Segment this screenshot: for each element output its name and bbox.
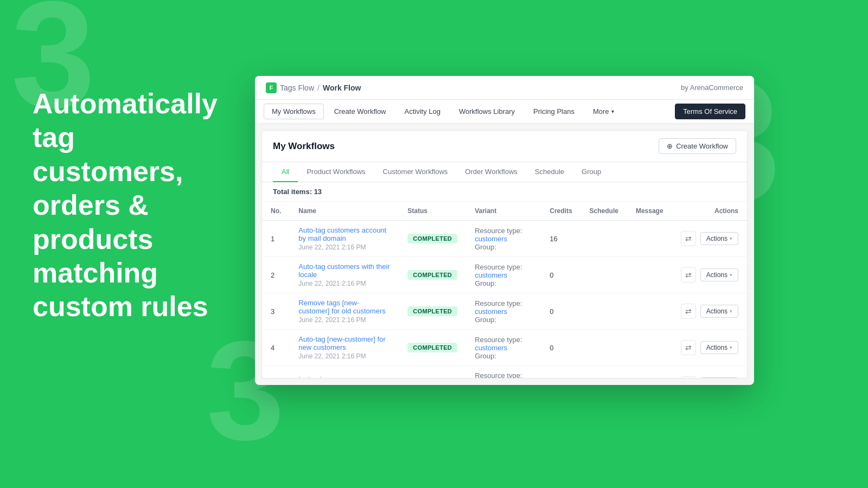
group-row-3: Group: (475, 352, 532, 360)
tab-order-workflows[interactable]: Order Workflows (456, 162, 526, 182)
nav-more-label: More (593, 107, 609, 115)
cell-name-1: Auto-tag customers with their locale Jun… (290, 257, 399, 293)
status-badge-1: COMPLETED (407, 270, 457, 280)
cell-no-2: 3 (262, 293, 290, 330)
nav-create-workflow[interactable]: Create Workflow (326, 104, 394, 119)
app-panel: F Tags Flow / Work Flow by ArenaCommerce… (255, 76, 754, 385)
status-badge-2: COMPLETED (407, 306, 457, 316)
nav-bar: My Workflows Create Workflow Activity Lo… (255, 100, 754, 124)
workflow-link-1[interactable]: Auto-tag customers with their locale (298, 262, 390, 279)
workflow-link-2[interactable]: Remove tags [new-customer] for old custo… (298, 299, 390, 315)
actions-button-3[interactable]: Actions ▾ (700, 341, 738, 354)
cell-variant-4: Resource type: products Group: (466, 366, 541, 379)
create-workflow-button[interactable]: ⊕ Create Workflow (659, 138, 736, 154)
cell-schedule-4 (581, 366, 627, 379)
refresh-button-3[interactable]: ⇄ (681, 340, 696, 355)
workflow-link-3[interactable]: Auto-tag [new-customer] for new customer… (298, 335, 390, 351)
create-icon: ⊕ (667, 142, 673, 150)
cell-no-1: 2 (262, 257, 290, 293)
refresh-button-1[interactable]: ⇄ (681, 267, 696, 282)
cell-actions-4: ⇄ Actions ▾ (672, 366, 747, 379)
refresh-button-0[interactable]: ⇄ (681, 231, 696, 246)
cell-message-1 (627, 257, 672, 293)
cell-message-2 (627, 293, 672, 330)
app-header: F Tags Flow / Work Flow by ArenaCommerce (255, 76, 754, 100)
cell-variant-0: Resource type: customers Group: (466, 221, 541, 257)
resource-link-1[interactable]: customers (475, 271, 507, 279)
cell-status-2: COMPLETED (399, 293, 466, 330)
resource-link-3[interactable]: customers (475, 344, 507, 352)
total-label: Total items: (273, 188, 312, 196)
by-text: by ArenaCommerce (681, 84, 743, 92)
col-schedule: Schedule (581, 202, 627, 221)
actions-chevron-0: ▾ (730, 236, 732, 241)
refresh-button-2[interactable]: ⇄ (681, 304, 696, 319)
page-title: My Workflows (273, 141, 335, 152)
cell-schedule-1 (581, 257, 627, 293)
content-area: My Workflows ⊕ Create Workflow All Produ… (261, 130, 748, 378)
col-no: No. (262, 202, 290, 221)
workflow-link-0[interactable]: Auto-tag customers account by mail domai… (298, 226, 390, 242)
cell-schedule-0 (581, 221, 627, 257)
cell-variant-3: Resource type: customers Group: (466, 330, 541, 366)
tab-customer-workflows[interactable]: Customer Workflows (374, 162, 457, 182)
resource-label-0: Resource type: (475, 227, 522, 235)
workflow-date-1: June 22, 2021 2:16 PM (298, 280, 390, 287)
breadcrumb-current: Work Flow (323, 84, 361, 92)
cell-status-3: COMPLETED (399, 330, 466, 366)
table-row: 1 Auto-tag customers account by mail dom… (262, 221, 747, 257)
workflows-table: No. Name Status Variant Credits Schedule… (262, 202, 747, 378)
status-badge-0: COMPLETED (407, 234, 457, 243)
refresh-button-4[interactable]: ⇄ (681, 376, 696, 379)
nav-more[interactable]: More ▾ (585, 104, 622, 119)
actions-label-0: Actions (706, 235, 727, 242)
group-row-2: Group: (475, 316, 532, 324)
nav-pricing-plans[interactable]: Pricing Plans (525, 104, 583, 119)
hero-text: Automatically tag customers, orders & pr… (33, 87, 217, 324)
actions-chevron-2: ▾ (730, 309, 732, 314)
actions-button-0[interactable]: Actions ▾ (700, 232, 738, 245)
workflow-date-3: June 22, 2021 2:16 PM (298, 352, 390, 360)
resource-label-2: Resource type: (475, 299, 522, 307)
cell-actions-3: ⇄ Actions ▾ (672, 330, 747, 366)
breadcrumb-separator: / (317, 84, 320, 92)
table-row: 5 test_prices June 22, 2021 2:15 PM COMP… (262, 366, 747, 379)
cell-message-4 (627, 366, 672, 379)
actions-button-1[interactable]: Actions ▾ (700, 268, 738, 281)
group-row-1: Group: (475, 279, 532, 287)
cell-status-1: COMPLETED (399, 257, 466, 293)
nav-my-workflows[interactable]: My Workflows (264, 104, 324, 119)
cell-actions-2: ⇄ Actions ▾ (672, 293, 747, 330)
workflow-date-2: June 22, 2021 2:16 PM (298, 316, 390, 324)
resource-link-2[interactable]: customers (475, 307, 507, 316)
tab-schedule[interactable]: Schedule (526, 162, 573, 182)
cell-actions-1: ⇄ Actions ▾ (672, 257, 747, 293)
total-items: Total items: 13 (262, 182, 747, 202)
col-variant: Variant (466, 202, 541, 221)
table-row: 4 Auto-tag [new-customer] for new custom… (262, 330, 747, 366)
nav-activity-log[interactable]: Activity Log (397, 104, 449, 119)
cell-credits-2: 0 (541, 293, 580, 330)
nav-workflows-library[interactable]: Workflows Library (451, 104, 523, 119)
cell-credits-4: 610 (541, 366, 580, 379)
actions-button-4[interactable]: Actions ▾ (700, 377, 738, 379)
col-message: Message (627, 202, 672, 221)
workflow-link-4[interactable]: test_prices (298, 375, 390, 378)
cell-variant-2: Resource type: customers Group: (466, 293, 541, 330)
cell-message-3 (627, 330, 672, 366)
cell-status-0: COMPLETED (399, 221, 466, 257)
tab-all[interactable]: All (273, 162, 298, 182)
actions-button-2[interactable]: Actions ▾ (700, 305, 738, 318)
tab-group[interactable]: Group (573, 162, 610, 182)
app-icon: F (266, 82, 277, 93)
cell-schedule-3 (581, 330, 627, 366)
actions-label-2: Actions (706, 307, 727, 315)
resource-label-4: Resource type: (475, 371, 522, 378)
terms-of-service-button[interactable]: Terms Of Service (675, 104, 745, 119)
resource-link-0[interactable]: customers (475, 235, 507, 243)
status-badge-3: COMPLETED (407, 343, 457, 352)
sub-tabs: All Product Workflows Customer Workflows… (262, 162, 747, 182)
create-workflow-label: Create Workflow (676, 142, 728, 150)
tab-product-workflows[interactable]: Product Workflows (298, 162, 374, 182)
col-credits: Credits (541, 202, 580, 221)
